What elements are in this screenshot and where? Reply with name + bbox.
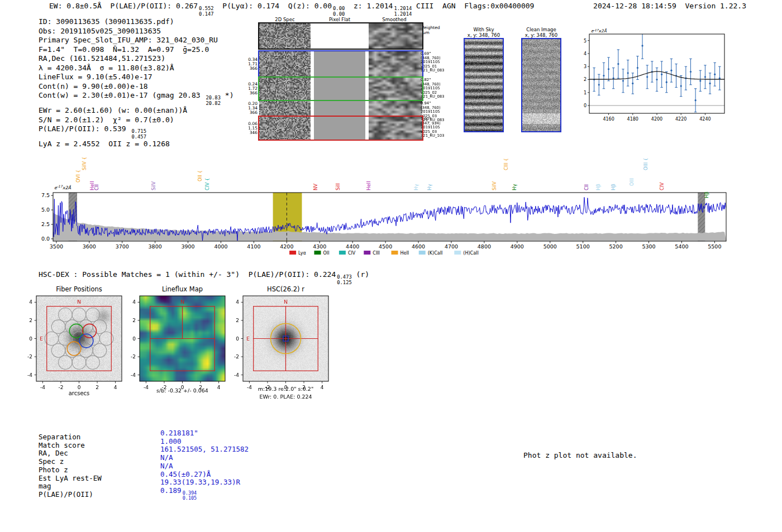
spec2d-row-annotation: 1.60"(347, 934)20191105v025_03321_RU_103 (421, 117, 444, 138)
svg-text:5200: 5200 (609, 243, 623, 250)
svg-text:0: 0 (78, 385, 81, 390)
svg-text:3600: 3600 (83, 243, 96, 250)
text-segment: Primary Spec_Slot_IFU_AMP: 321_042_030_R… (39, 36, 218, 44)
info-line: Obs: 20191105v025_3090113635 (39, 27, 233, 36)
withsky-title: With Sky (460, 27, 507, 32)
pixel-flat-cell (314, 101, 365, 116)
match-row-label: mag (39, 482, 51, 490)
svg-text:E: E (40, 336, 43, 342)
spec2d-image-canvas (259, 51, 311, 76)
svg-text:N: N (77, 299, 81, 305)
match-row-label: Spec z (39, 457, 64, 466)
spec2d-col-header-1: 2D Spec (259, 17, 311, 22)
svg-text:(K)CaII: (K)CaII (428, 251, 443, 256)
svg-text:7.5: 7.5 (41, 192, 50, 198)
withsky-image (464, 38, 504, 132)
text-segment: P(LAE)/P(OII): 0.539 (39, 124, 130, 133)
svg-text:2: 2 (132, 318, 136, 323)
match-row-label: Est LyA rest-EW (39, 474, 102, 482)
svg-text:OIII {: OIII { (643, 158, 649, 170)
text-segment: z: 1.2014 (345, 2, 393, 10)
svg-text:SiIV {: SiIV { (82, 157, 87, 170)
svg-text:2: 2 (96, 385, 99, 390)
svg-text:0.0: 0.0 (41, 236, 50, 242)
text-segment: CIII AGN Flags:0x00400009 (412, 2, 534, 10)
lineflux-caption: s/b: -0.32 +/- 0.064 (140, 387, 225, 394)
svg-text:4240: 4240 (699, 117, 711, 122)
spec2d-row-weights: 0.341.71366 (246, 57, 258, 71)
svg-text:Hγ: Hγ (427, 184, 432, 190)
svg-text:OII: OII (323, 251, 330, 256)
smoothed-image-canvas (369, 101, 422, 116)
text-segment: (r) (352, 270, 369, 279)
hsc-caption-2: EWr: 0. PLAE: 0.224 (235, 394, 337, 400)
svg-text:CIII {: CIII { (503, 158, 509, 170)
text-segment: S/N = 2.0(±1.2) χ² = 0.7(±0.0) (39, 116, 174, 124)
svg-text:-2: -2 (131, 354, 136, 360)
svg-text:HeII: HeII (366, 181, 371, 190)
fiber-axes-svg: -4-4-2-2002244NEarcsecs (15, 288, 132, 402)
match-table: Separation0.218181"Match score1.000RA, D… (39, 429, 385, 504)
svg-text:HeII: HeII (400, 251, 409, 256)
spec2d-row-weights: 0.241.72366 (246, 82, 258, 95)
info-line: P(LAE)/P(OII): 0.539 0.7150.457 (39, 124, 233, 140)
svg-text:e-17x2Å: e-17x2Å (54, 184, 71, 190)
match-row-value: 0.1890.3940.105 (160, 486, 197, 501)
svg-text:NV: NV (313, 184, 318, 190)
spec2d-row-annotation: 0.82"(348, 760)20191105v025_02321_RU_083 (421, 78, 444, 99)
info-line: RA,Dec (161.521484,51.271523) (39, 54, 233, 64)
svg-text:Hβ: Hβ (595, 184, 601, 190)
main-spectrum-svg: 3500360037003800390040004100420043004400… (31, 150, 746, 263)
svg-text:4200: 4200 (280, 243, 293, 250)
text-segment: HSC-DEX : Possible Matches = 1 (within +… (39, 270, 336, 279)
info-line: ID: 3090113635 (3090113635.pdf) (39, 17, 233, 27)
text-segment: N/A (160, 453, 173, 462)
stacked-uncertainty: 0.7150.457 (131, 129, 146, 140)
svg-text:-2: -2 (234, 354, 239, 360)
svg-text:0: 0 (132, 336, 136, 342)
info-line: EWr = 2.60(±1.60) (w: 0.00(±nan))Å (39, 106, 233, 116)
spec2d-row (259, 78, 422, 100)
svg-text:Lyα: Lyα (298, 251, 306, 256)
svg-text:5: 5 (584, 39, 586, 44)
svg-text:CIV: CIV (348, 251, 356, 256)
info-block: ID: 3090113635 (3090113635.pdf)Obs: 2019… (39, 17, 233, 149)
svg-text:CIII: CIII (373, 251, 380, 256)
svg-text:4: 4 (132, 299, 136, 305)
pixel-flat-cell (314, 51, 365, 76)
svg-text:SiIV: SiIV (492, 181, 497, 190)
full-spectrum-plot: 3500360037003800390040004100420043004400… (31, 150, 746, 263)
text-segment: 161.521505, 51.271582 (160, 445, 249, 453)
spec2d-row-weights: 0.061.15346 (246, 122, 258, 135)
stacked-uncertainty: 0.3940.105 (183, 491, 197, 501)
svg-text:-4: -4 (40, 385, 45, 390)
spec2d-image-canvas (259, 117, 311, 140)
svg-text:4500: 4500 (379, 243, 392, 250)
svg-text:4600: 4600 (412, 243, 425, 250)
svg-text:OVI {: OVI { (75, 170, 81, 183)
text-segment: 1.000 (160, 437, 182, 445)
clean-image (521, 38, 561, 132)
smoothed-image-canvas (369, 51, 422, 76)
svg-text:4180: 4180 (627, 117, 638, 122)
text-segment: 19.33(19.33,19.33)R (160, 478, 240, 486)
svg-text:3700: 3700 (116, 243, 129, 250)
svg-text:2.5: 2.5 (41, 221, 50, 227)
svg-text:-2: -2 (58, 385, 63, 390)
text-segment: 0.45(±0.27)Å (160, 470, 211, 478)
svg-text:Hβ: Hβ (611, 184, 616, 190)
spec2d-row (259, 101, 422, 116)
svg-text:CII: CII (584, 184, 589, 190)
text-segment: EW: 0.8±0.5Å P(LAE)/P(OII): 0.267 (49, 2, 198, 10)
svg-text:-2: -2 (27, 354, 32, 360)
match-row-value: 0.218181" (160, 429, 198, 437)
svg-text:-4: -4 (234, 372, 239, 378)
text-segment: RA,Dec (161.521484,51.271523) (39, 54, 165, 63)
smoothed-image-canvas (369, 23, 422, 49)
svg-text:4300: 4300 (313, 243, 326, 250)
svg-text:4160: 4160 (603, 117, 614, 122)
svg-text:4: 4 (236, 299, 239, 305)
svg-text:OII {: OII { (197, 170, 203, 181)
line-fit-plot: 41604180420042204240012345e-17x2Å (573, 25, 735, 133)
report-datetime: 2024-12-28 18:14:59 Version 1.22.3 (593, 2, 746, 10)
